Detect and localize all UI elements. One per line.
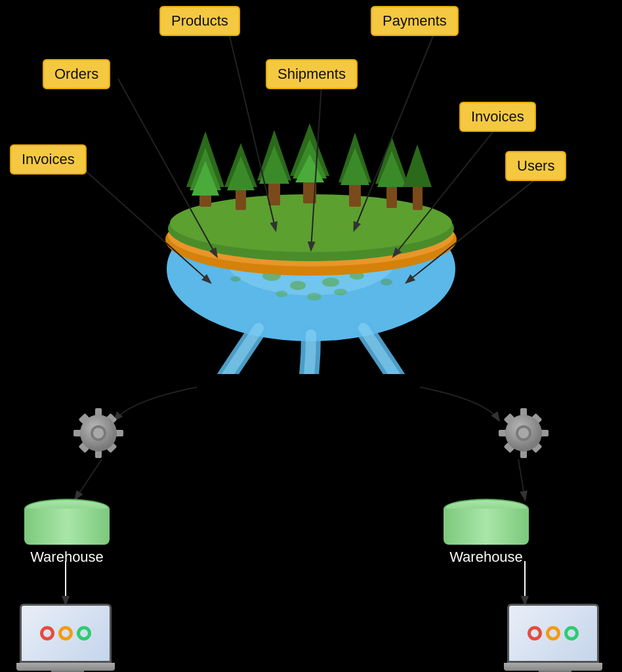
svg-line-1 xyxy=(354,36,433,230)
label-products: Products xyxy=(159,6,240,36)
label-orders: Orders xyxy=(43,59,110,89)
chart-donut-3 xyxy=(77,626,91,640)
svg-line-7 xyxy=(75,459,102,499)
svg-line-2 xyxy=(118,79,217,256)
label-users: Users xyxy=(505,151,566,181)
warehouse-right: Warehouse xyxy=(444,499,529,566)
chart-donut-2 xyxy=(58,626,73,640)
chart-donut-5 xyxy=(546,626,560,640)
svg-line-6 xyxy=(407,177,538,282)
label-invoices-right: Invoices xyxy=(459,102,536,132)
laptop-base-right xyxy=(504,663,602,671)
warehouse-left-label: Warehouse xyxy=(30,549,104,566)
svg-line-3 xyxy=(311,85,321,249)
chart-donut-4 xyxy=(528,626,542,640)
laptop-left xyxy=(20,604,115,672)
gear-left xyxy=(72,407,125,462)
svg-line-9 xyxy=(518,459,525,499)
warehouse-right-label: Warehouse xyxy=(449,549,523,566)
label-shipments: Shipments xyxy=(266,59,358,89)
laptop-right xyxy=(507,604,602,672)
label-payments: Payments xyxy=(371,6,459,36)
svg-point-76 xyxy=(518,428,529,438)
chart-donut-6 xyxy=(564,626,579,640)
laptop-base-left xyxy=(16,663,115,671)
svg-line-5 xyxy=(85,171,210,282)
svg-line-4 xyxy=(394,125,499,256)
label-invoices-left: Invoices xyxy=(10,144,87,175)
svg-point-65 xyxy=(93,428,104,438)
chart-donut-1 xyxy=(40,626,54,640)
warehouse-left: Warehouse xyxy=(24,499,110,566)
gear-right xyxy=(497,407,550,462)
connection-lines xyxy=(0,0,622,672)
